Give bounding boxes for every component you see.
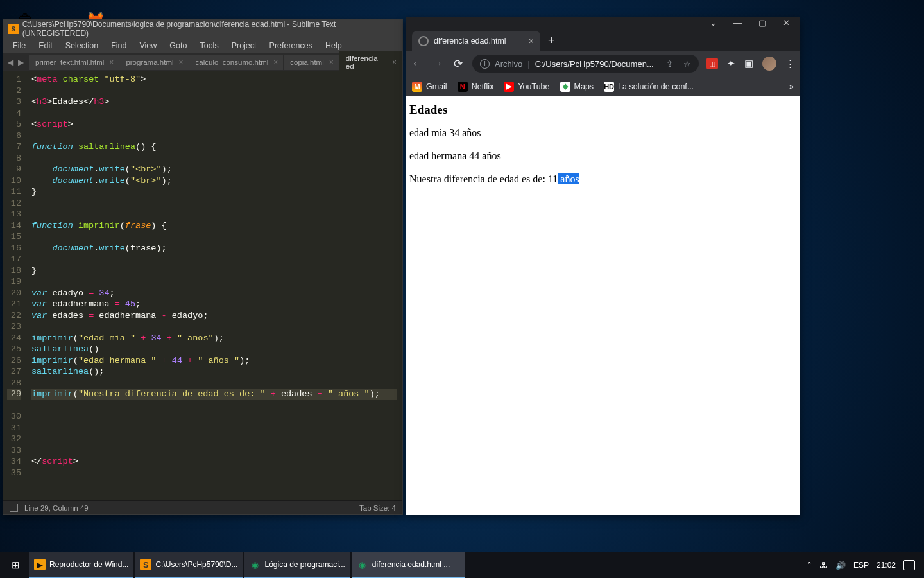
- taskbar-item-chrome-2[interactable]: ◉diferencia edad.html ...: [352, 552, 465, 578]
- system-tray: ˄ 🖧 🔊 ESP 21:02: [807, 560, 920, 570]
- menu-preferences[interactable]: Preferences: [264, 39, 318, 52]
- share-icon[interactable]: ⇪: [666, 59, 673, 69]
- browser-tab[interactable]: diferencia edad.html ×: [412, 31, 540, 51]
- chrome-icon: ◉: [249, 559, 261, 570]
- maximize-icon[interactable]: ▢: [758, 18, 766, 28]
- close-icon[interactable]: ×: [392, 58, 397, 67]
- line-gutter: 1 2 3 4 5 6 7 8 9 10 11 12 13 14 15 16 1…: [3, 71, 26, 500]
- sidebar-toggle-icon[interactable]: [10, 504, 18, 512]
- chrome-icon: ◉: [357, 559, 368, 570]
- chrome-window: ⌄ — ▢ ✕ diferencia edad.html × + ← → ⟳ i…: [406, 17, 800, 515]
- menu-selection[interactable]: Selection: [60, 39, 104, 52]
- menu-find[interactable]: Find: [105, 39, 132, 52]
- close-icon[interactable]: ×: [529, 36, 534, 46]
- page-text: Nuestra diferencia de edad es de: 11: [409, 173, 558, 184]
- bookmarks-overflow-icon[interactable]: »: [789, 82, 794, 91]
- url-text: C:/Users/PcHp5790/Documen...: [535, 59, 654, 69]
- tab-programa[interactable]: programa.html×: [119, 55, 189, 70]
- close-icon[interactable]: ×: [273, 58, 278, 67]
- tab-label: primer_text.html.html: [35, 58, 104, 66]
- maps-icon: ◆: [560, 82, 570, 92]
- back-button[interactable]: ←: [411, 57, 424, 70]
- menu-goto[interactable]: Goto: [164, 39, 193, 52]
- status-cursor: Line 29, Column 49: [24, 504, 89, 512]
- tab-primer[interactable]: primer_text.html.html×: [29, 55, 119, 70]
- address-bar[interactable]: i Archivo | C:/Users/PcHp5790/Documen...…: [472, 55, 699, 73]
- taskbar-label: Lógica de programaci...: [264, 560, 345, 569]
- menu-tools[interactable]: Tools: [194, 39, 224, 52]
- chevron-down-icon[interactable]: ⌄: [710, 18, 717, 28]
- close-icon[interactable]: ✕: [783, 18, 790, 28]
- adblock-icon[interactable]: ◫: [706, 58, 718, 69]
- chrome-window-controls: ⌄ — ▢ ✕: [406, 17, 800, 28]
- taskbar-label: Reproductor de Wind...: [49, 560, 128, 569]
- bookmark-label: YouTube: [518, 82, 549, 91]
- minimize-icon[interactable]: —: [733, 18, 742, 28]
- taskbar-label: diferencia edad.html ...: [372, 560, 450, 569]
- page-content: Edades edad mia 34 años edad hermana 44 …: [406, 96, 800, 515]
- reload-button[interactable]: ⟳: [452, 57, 465, 71]
- bookmark-star-icon[interactable]: ☆: [683, 59, 691, 69]
- tab-nav: ◀ ▶: [6, 58, 25, 67]
- extensions-icon[interactable]: ✦: [727, 58, 735, 69]
- bookmark-label: Gmail: [426, 82, 447, 91]
- sidepanel-icon[interactable]: ▣: [744, 58, 753, 69]
- sublime-app-icon: S: [8, 24, 19, 34]
- menu-icon[interactable]: ⋮: [785, 58, 795, 69]
- sublime-titlebar[interactable]: S C:\Users\PcHp5790\Documents\logica de …: [3, 20, 402, 38]
- taskbar-item-sublime[interactable]: SC:\Users\PcHp5790\D...: [135, 552, 243, 578]
- bookmark-netflix[interactable]: NNetflix: [458, 82, 494, 92]
- close-icon[interactable]: ×: [179, 58, 184, 67]
- language-indicator[interactable]: ESP: [853, 561, 869, 570]
- sublime-tabbar: ◀ ▶ primer_text.html.html× programa.html…: [3, 53, 402, 71]
- chrome-tabstrip: diferencia edad.html × +: [406, 28, 800, 51]
- extensions-area: ◫ ✦ ▣ ⋮: [706, 57, 795, 71]
- page-line-2: edad hermana 44 años: [409, 150, 796, 162]
- bookmark-gmail[interactable]: MGmail: [412, 82, 447, 92]
- close-icon[interactable]: ×: [329, 58, 334, 67]
- tab-next-icon[interactable]: ▶: [16, 58, 25, 67]
- tab-copia[interactable]: copia.html×: [284, 55, 339, 70]
- bookmark-maps[interactable]: ◆Maps: [560, 82, 594, 92]
- taskbar-item-chrome-1[interactable]: ◉Lógica de programaci...: [244, 552, 350, 578]
- tab-prev-icon[interactable]: ◀: [6, 58, 15, 67]
- bookmark-youtube[interactable]: ▶YouTube: [504, 82, 549, 92]
- tab-label: diferencia ed: [346, 55, 387, 70]
- network-icon[interactable]: 🖧: [819, 561, 828, 570]
- menu-view[interactable]: View: [133, 39, 162, 52]
- sublime-title-text: C:\Users\PcHp5790\Documents\logica de pr…: [22, 20, 397, 38]
- clock[interactable]: 21:02: [877, 561, 896, 570]
- tab-diferencia[interactable]: diferencia ed×: [339, 51, 402, 73]
- profile-avatar[interactable]: [762, 57, 776, 71]
- bookmark-label: Maps: [574, 82, 594, 91]
- sublime-icon: S: [140, 559, 151, 570]
- page-line-1: edad mia 34 años: [409, 127, 796, 139]
- start-button[interactable]: ⊞: [4, 559, 28, 571]
- url-scheme: Archivo: [495, 59, 522, 69]
- site-info-icon[interactable]: i: [480, 59, 490, 69]
- bookmark-solucion[interactable]: HDLa solución de conf...: [604, 82, 694, 92]
- close-icon[interactable]: ×: [109, 58, 114, 67]
- chrome-toolbar: ← → ⟳ i Archivo | C:/Users/PcHp5790/Docu…: [406, 51, 800, 76]
- menu-file[interactable]: File: [7, 39, 31, 52]
- tab-label: programa.html: [126, 58, 173, 66]
- bookmarks-bar: MGmail NNetflix ▶YouTube ◆Maps HDLa solu…: [406, 76, 800, 96]
- taskbar-item-reproductor[interactable]: ▶Reproductor de Wind...: [29, 552, 133, 578]
- menu-help[interactable]: Help: [320, 39, 348, 52]
- tab-calculo[interactable]: calculo_consumo.html×: [189, 55, 284, 70]
- forward-button[interactable]: →: [431, 57, 444, 70]
- gmail-icon: M: [412, 82, 422, 92]
- menu-project[interactable]: Project: [226, 39, 262, 52]
- status-tabsize[interactable]: Tab Size: 4: [359, 504, 396, 512]
- code-content[interactable]: <meta charset="utf-8"> <h3>Edades</h3> <…: [26, 71, 402, 500]
- notifications-icon[interactable]: [903, 560, 915, 570]
- sublime-statusbar: Line 29, Column 49 Tab Size: 4: [3, 500, 402, 514]
- tray-chevron-icon[interactable]: ˄: [807, 561, 812, 570]
- new-tab-button[interactable]: +: [548, 34, 555, 48]
- wmplayer-icon: ▶: [34, 559, 46, 570]
- volume-icon[interactable]: 🔊: [835, 561, 846, 570]
- code-editor[interactable]: 1 2 3 4 5 6 7 8 9 10 11 12 13 14 15 16 1…: [3, 71, 402, 500]
- menu-edit[interactable]: Edit: [33, 39, 58, 52]
- youtube-icon: ▶: [504, 82, 514, 92]
- bookmark-label: La solución de conf...: [618, 82, 694, 91]
